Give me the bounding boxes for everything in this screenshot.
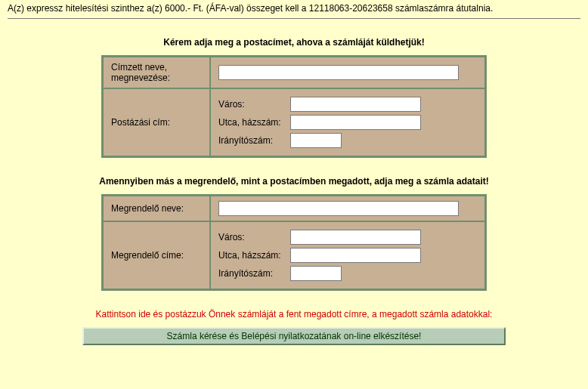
customer-street-label: Utca, házszám: [218,250,290,261]
customer-name-cell [210,196,485,221]
postal-street-input[interactable] [290,115,421,130]
customer-name-input[interactable] [218,201,459,216]
recipient-name-cell [210,57,485,88]
postal-address-label: Postázási cím: [103,88,210,156]
recipient-name-label-line2: megnevezése: [111,73,170,83]
customer-zip-label: Irányítószám: [218,268,290,279]
divider [8,18,580,19]
customer-address-cell: Város: Utca, házszám: Irányítószám: [210,221,485,289]
submit-button[interactable]: Számla kérése és Belépési nyilatkozatána… [82,327,506,345]
postal-city-label: Város: [218,99,290,110]
postal-city-input[interactable] [290,97,421,112]
postal-address-table: Címzett neve, megnevezése: Postázási cím… [101,55,487,158]
customer-name-label: Megrendelő neve: [103,196,210,221]
recipient-name-input[interactable] [218,65,459,80]
heading-postal-address: Kérem adja meg a postacímet, ahova a szá… [8,37,580,48]
postal-address-cell: Város: Utca, házszám: Irányítószám: [210,88,485,156]
customer-city-input[interactable] [290,230,421,245]
postal-zip-label: Irányítószám: [218,135,290,146]
customer-street-input[interactable] [290,248,421,263]
customer-address-label: Megrendelő címe: [103,221,210,289]
intro-text: A(z) expressz hitelesítési szinthez a(z)… [8,3,580,14]
heading-customer-info: Amennyiben más a megrendelő, mint a post… [8,176,580,187]
instruction-text: Kattintson ide és postázzuk Önnek számlá… [8,309,580,320]
recipient-name-label: Címzett neve, megnevezése: [103,57,210,88]
recipient-name-label-line1: Címzett neve, [111,62,167,73]
postal-street-label: Utca, házszám: [218,117,290,128]
postal-zip-input[interactable] [290,133,342,148]
customer-zip-input[interactable] [290,266,342,281]
customer-city-label: Város: [218,232,290,242]
customer-info-table: Megrendelő neve: Megrendelő címe: Város:… [101,194,487,291]
